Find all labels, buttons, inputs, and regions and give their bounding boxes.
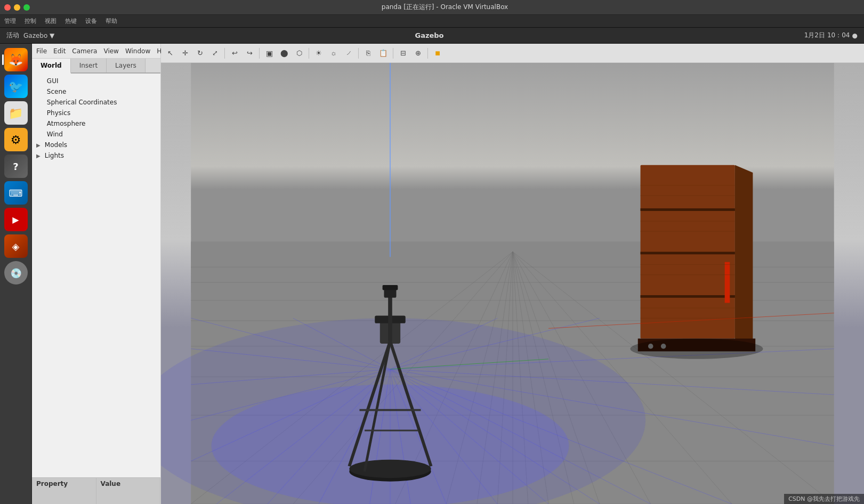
app-switcher[interactable]: Gazebo ▼ — [23, 32, 54, 39]
dock-terminal[interactable]: ▶ — [4, 208, 28, 231]
dir-light-tool[interactable]: ⟋ — [342, 46, 356, 60]
svg-line-36 — [390, 369, 446, 504]
tree-item-atmosphere[interactable]: Atmosphere — [32, 118, 160, 129]
maximize-button[interactable] — [23, 4, 30, 11]
svg-rect-56 — [638, 339, 755, 352]
system-menu-devices[interactable]: 设备 — [85, 17, 97, 25]
svg-line-30 — [216, 369, 390, 504]
svg-line-20 — [513, 252, 574, 504]
svg-line-72 — [349, 341, 390, 466]
tab-world[interactable]: World — [32, 59, 71, 74]
tree-item-spherical[interactable]: Spherical Coordinates — [32, 97, 160, 108]
point-light-tool[interactable]: ☀ — [312, 46, 326, 60]
tree-item-gui[interactable]: GUI — [32, 76, 160, 86]
tree-item-lights[interactable]: ▶ Lights — [32, 150, 160, 161]
menu-view[interactable]: View — [103, 47, 118, 55]
align-tool[interactable]: ⊟ — [396, 46, 410, 60]
svg-rect-71 — [375, 315, 406, 323]
svg-line-37 — [390, 369, 497, 504]
scale-tool[interactable]: ⤢ — [208, 46, 222, 60]
svg-line-12 — [293, 252, 513, 504]
tree-item-models[interactable]: ▶ Models — [32, 140, 160, 150]
dot-indicator: ● — [852, 32, 858, 39]
property-col-header: Property — [32, 478, 96, 504]
activity-label[interactable]: 活动 — [6, 31, 19, 40]
svg-rect-53 — [641, 208, 735, 211]
top-bar-right: 1月2日 10：04 ● — [804, 31, 858, 40]
window-controls — [4, 4, 30, 11]
svg-point-58 — [648, 344, 653, 349]
svg-line-43 — [390, 369, 834, 395]
tab-layers[interactable]: Layers — [107, 59, 146, 72]
tree-item-wind[interactable]: Wind — [32, 129, 160, 140]
system-menu-manage[interactable]: 管理 — [4, 17, 16, 25]
svg-line-45 — [390, 318, 600, 369]
svg-line-32 — [319, 369, 390, 504]
copy-tool[interactable]: ⎘ — [361, 46, 375, 60]
svg-point-80 — [630, 339, 763, 359]
menu-file[interactable]: File — [36, 47, 47, 55]
svg-line-38 — [390, 369, 548, 504]
svg-line-39 — [390, 369, 600, 504]
system-menu-hotkeys[interactable]: 热键 — [65, 17, 77, 25]
svg-line-23 — [513, 252, 732, 504]
scene-svg — [161, 63, 864, 504]
menu-edit[interactable]: Edit — [53, 47, 66, 55]
svg-line-82 — [390, 359, 548, 369]
dock-firefox[interactable]: 🦊 — [4, 48, 28, 71]
svg-rect-79 — [383, 285, 398, 290]
cylinder-tool[interactable]: ⬡ — [292, 46, 306, 60]
value-col-header: Value — [96, 478, 161, 504]
svg-line-33 — [370, 369, 390, 504]
snap-tool[interactable]: ⊕ — [411, 46, 425, 60]
dock-thunderbird[interactable]: 🐦 — [4, 75, 28, 98]
system-menu-control[interactable]: 控制 — [25, 17, 36, 25]
move-tool[interactable]: ✛ — [178, 46, 192, 60]
svg-line-21 — [513, 252, 600, 504]
dock-settings[interactable]: ⚙ — [4, 128, 28, 151]
title-bar-text: panda [正在运行] - Oracle VM VirtualBox — [30, 3, 860, 12]
toolbar-sep5 — [393, 48, 393, 59]
dock-layers[interactable]: ◈ — [4, 234, 28, 258]
dock-help[interactable]: ? — [4, 155, 28, 178]
sphere-tool[interactable]: ⬤ — [277, 46, 291, 60]
toolbar-sep3 — [309, 48, 309, 59]
menu-camera[interactable]: Camera — [72, 47, 97, 55]
minimize-button[interactable] — [14, 4, 20, 11]
tree-item-scene[interactable]: Scene — [32, 86, 160, 97]
svg-point-48 — [161, 318, 645, 504]
dock-vscode[interactable]: ⌨ — [4, 181, 28, 205]
svg-point-49 — [212, 385, 569, 504]
top-bar-center: Gazebo — [415, 31, 443, 39]
paste-tool[interactable]: 📋 — [376, 46, 390, 60]
svg-line-81 — [548, 313, 834, 329]
rotate-tool[interactable]: ↻ — [193, 46, 207, 60]
svg-line-26 — [191, 349, 390, 369]
system-menu-help[interactable]: 帮助 — [106, 17, 117, 25]
close-button[interactable] — [4, 4, 11, 11]
cursor-tool[interactable]: ↖ — [163, 46, 177, 60]
svg-line-28 — [191, 369, 390, 420]
dock-cd[interactable]: 💿 — [4, 261, 28, 284]
svg-point-59 — [661, 344, 666, 349]
tab-insert[interactable]: Insert — [71, 59, 107, 72]
svg-line-16 — [497, 252, 513, 504]
status-bar: CSDN @我先去打把游戏先 — [784, 494, 864, 504]
tree-arrow-models: ▶ — [36, 142, 43, 148]
menu-window[interactable]: Window — [125, 47, 150, 55]
view-angle-tool[interactable]: ■ — [431, 46, 445, 60]
undo-btn[interactable]: ↩ — [228, 46, 241, 60]
app-menu-bar: File Edit Camera View Window Help — [32, 44, 160, 59]
viewport[interactable]: CSDN @我先去打把游戏先 — [161, 63, 864, 504]
tree-item-physics[interactable]: Physics — [32, 108, 160, 118]
dock-files[interactable]: 📁 — [4, 101, 28, 125]
box-tool[interactable]: ▣ — [262, 46, 276, 60]
redo-btn[interactable]: ↪ — [243, 46, 256, 60]
svg-line-31 — [268, 369, 390, 504]
spot-light-tool[interactable]: ☼ — [327, 46, 341, 60]
svg-line-22 — [513, 252, 651, 504]
system-menu-view[interactable]: 视图 — [45, 17, 56, 25]
toolbar-sep2 — [259, 48, 260, 59]
svg-rect-70 — [380, 318, 400, 344]
tree-arrow-lights: ▶ — [36, 153, 43, 159]
